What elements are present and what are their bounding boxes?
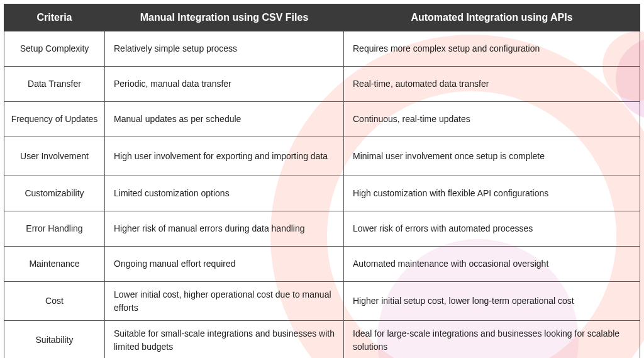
manual-cell: Limited customization options xyxy=(105,176,344,211)
automated-cell: Continuous, real-time updates xyxy=(344,102,640,137)
criteria-cell: Customizability xyxy=(4,176,105,211)
criteria-cell: Cost xyxy=(4,282,105,321)
criteria-cell: User Involvement xyxy=(4,137,105,176)
table-row: Data Transfer Periodic, manual data tran… xyxy=(4,67,640,102)
manual-cell: Manual updates as per schedule xyxy=(105,102,344,137)
table-row: Setup Complexity Relatively simple setup… xyxy=(4,31,640,67)
automated-cell: Ideal for large-scale integrations and b… xyxy=(344,321,640,359)
header-criteria: Criteria xyxy=(4,4,105,31)
automated-cell: Lower risk of errors with automated proc… xyxy=(344,211,640,247)
table-row: User Involvement High user involvement f… xyxy=(4,137,640,176)
table-row: Customizability Limited customization op… xyxy=(4,176,640,211)
header-automated: Automated Integration using APIs xyxy=(344,4,640,31)
criteria-cell: Error Handling xyxy=(4,211,105,247)
automated-cell: Real-time, automated data transfer xyxy=(344,67,640,102)
table-row: Maintenance Ongoing manual effort requir… xyxy=(4,247,640,282)
manual-cell: Higher risk of manual errors during data… xyxy=(105,211,344,247)
header-manual: Manual Integration using CSV Files xyxy=(105,4,344,31)
manual-cell: Periodic, manual data transfer xyxy=(105,67,344,102)
automated-cell: High customization with flexible API con… xyxy=(344,176,640,211)
table-row: Frequency of Updates Manual updates as p… xyxy=(4,102,640,137)
automated-cell: Automated maintenance with occasional ov… xyxy=(344,247,640,282)
automated-cell: Higher initial setup cost, lower long-te… xyxy=(344,282,640,321)
comparison-table-container: Criteria Manual Integration using CSV Fi… xyxy=(0,0,644,358)
table-row: Suitability Suitable for small-scale int… xyxy=(4,321,640,359)
criteria-cell: Suitability xyxy=(4,321,105,359)
table-body: Setup Complexity Relatively simple setup… xyxy=(4,31,640,359)
criteria-cell: Maintenance xyxy=(4,247,105,282)
manual-cell: Relatively simple setup process xyxy=(105,31,344,67)
manual-cell: Suitable for small-scale integrations an… xyxy=(105,321,344,359)
comparison-table: Criteria Manual Integration using CSV Fi… xyxy=(4,4,640,358)
table-row: Error Handling Higher risk of manual err… xyxy=(4,211,640,247)
manual-cell: High user involvement for exporting and … xyxy=(105,137,344,176)
criteria-cell: Frequency of Updates xyxy=(4,102,105,137)
automated-cell: Minimal user involvement once setup is c… xyxy=(344,137,640,176)
table-header-row: Criteria Manual Integration using CSV Fi… xyxy=(4,4,640,31)
table-row: Cost Lower initial cost, higher operatio… xyxy=(4,282,640,321)
manual-cell: Lower initial cost, higher operational c… xyxy=(105,282,344,321)
criteria-cell: Data Transfer xyxy=(4,67,105,102)
automated-cell: Requires more complex setup and configur… xyxy=(344,31,640,67)
manual-cell: Ongoing manual effort required xyxy=(105,247,344,282)
criteria-cell: Setup Complexity xyxy=(4,31,105,67)
